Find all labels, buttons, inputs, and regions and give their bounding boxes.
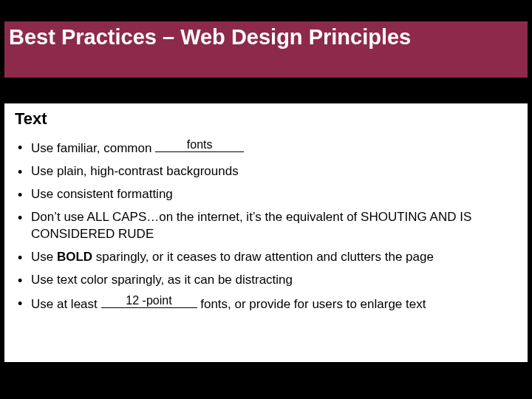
bullet-text-post: sparingly, or it ceases to draw attentio… [92,250,434,264]
fill-in-blank: fonts [155,139,244,152]
bold-word: BOLD [57,250,92,264]
bullet-text: Don’t use ALL CAPS…on the internet, it’s… [31,210,471,241]
list-item: Use familiar, common fonts [15,139,517,157]
bullet-text-pre: Use [31,250,57,264]
blank-answer: fonts [155,139,244,151]
bullet-text: Use familiar, common [31,141,155,155]
section-heading: Text [15,109,517,129]
list-item: Use consistent formatting [15,186,517,203]
bullet-text-post: fonts, or provide for users to enlarge t… [197,297,426,311]
bullet-text: Use plain, high-contrast backgrounds [31,164,239,178]
fill-in-blank: 12 -point [101,295,197,308]
body-panel: Text Use familiar, common fonts Use plai… [4,103,528,362]
list-item: Use text color sparingly, as it can be d… [15,272,517,289]
bullet-list: Use familiar, common fonts Use plain, hi… [15,139,517,313]
bullet-text: Use text color sparingly, as it can be d… [31,273,293,287]
list-item: Don’t use ALL CAPS…on the internet, it’s… [15,209,517,243]
list-item: Use plain, high-contrast backgrounds [15,163,517,180]
title-band: Best Practices – Web Design Principles [4,19,528,80]
list-item: Use at least 12 -point fonts, or provide… [15,295,517,313]
list-item: Use BOLD sparingly, or it ceases to draw… [15,249,517,266]
slide: Best Practices – Web Design Principles T… [0,0,532,399]
slide-title: Best Practices – Web Design Principles [9,26,411,50]
bullet-text-pre: Use at least [31,297,101,311]
blank-answer: 12 -point [101,295,197,307]
bullet-text: Use consistent formatting [31,187,173,201]
